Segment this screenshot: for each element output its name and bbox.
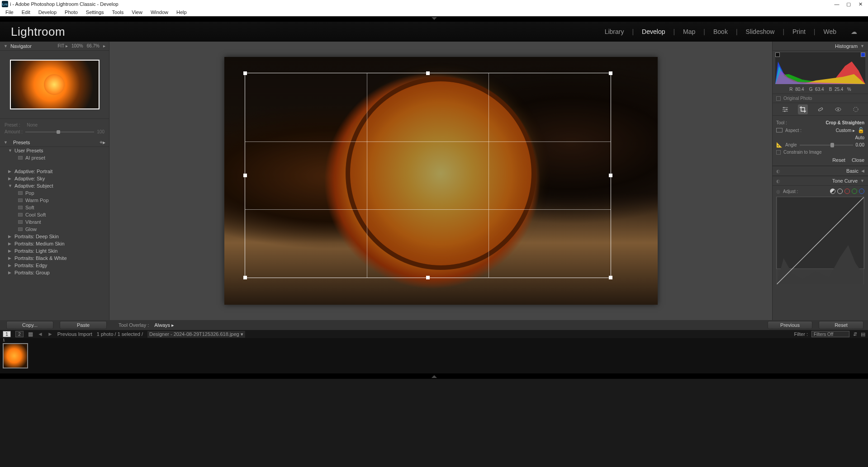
curve-channel-point-icon[interactable] — [837, 189, 843, 194]
shadow-clip-indicator[interactable] — [775, 52, 780, 57]
menu-settings[interactable]: Settings — [82, 9, 108, 15]
presets-header[interactable]: ▼Presets +▸ — [0, 138, 109, 147]
top-panel-collapse[interactable] — [0, 16, 868, 22]
zoom-fit[interactable]: FIT ▸ — [57, 43, 68, 48]
crop-rectangle[interactable] — [245, 73, 611, 278]
preset-group[interactable]: ▶Adaptive: Sky — [0, 175, 109, 182]
previous-button[interactable]: Previous — [768, 321, 812, 329]
menu-help[interactable]: Help — [173, 9, 190, 15]
heal-tool-icon[interactable] — [816, 104, 825, 114]
target-adjust-icon[interactable]: ◎ — [776, 189, 780, 194]
module-library[interactable]: Library — [603, 28, 626, 35]
curve-channel-red-icon[interactable] — [844, 189, 850, 194]
preset-item[interactable]: Soft — [0, 204, 109, 211]
basic-header[interactable]: ◐ Basic ◀ — [773, 166, 868, 176]
preset-group[interactable]: ▼User Presets — [0, 147, 109, 154]
grid-view-icon[interactable]: ▦ — [28, 331, 33, 337]
checkbox-icon[interactable] — [776, 96, 781, 101]
module-slideshow[interactable]: Slideshow — [744, 28, 777, 35]
zoom-667[interactable]: 66.7% — [87, 43, 100, 48]
source-label[interactable]: Previous Import — [57, 331, 92, 337]
maximize-button[interactable]: ▢ — [843, 1, 854, 7]
preset-group[interactable]: ▶Portraits: Medium Skin — [0, 240, 109, 247]
filter-dropdown[interactable]: Filters Off — [811, 331, 849, 337]
tone-curve-chart[interactable] — [776, 197, 864, 269]
crop-handle-tr[interactable] — [609, 71, 612, 75]
module-develop[interactable]: Develop — [640, 28, 667, 35]
preset-group[interactable]: ▶Portraits: Light Skin — [0, 247, 109, 255]
crop-handle-br[interactable] — [609, 276, 612, 279]
preset-item[interactable]: Cool Soft — [0, 211, 109, 218]
mask-tool-icon[interactable] — [851, 104, 861, 114]
preset-group[interactable]: ▼Adaptive: Subject — [0, 182, 109, 189]
preset-item[interactable]: Glow — [0, 226, 109, 233]
tonecurve-header[interactable]: ◐ Tone Curve ▼ — [773, 176, 868, 186]
menu-photo[interactable]: Photo — [61, 9, 81, 15]
menu-tools[interactable]: Tools — [109, 9, 128, 15]
amount-slider[interactable] — [25, 132, 94, 132]
preset-item[interactable]: AI preset — [0, 154, 109, 161]
preset-item[interactable]: Vibrant — [0, 218, 109, 226]
crop-close-button[interactable]: Close — [852, 157, 864, 163]
nav-fwd-icon[interactable]: ► — [47, 331, 53, 337]
preset-group[interactable]: ▶Portraits: Deep Skin — [0, 233, 109, 240]
module-print[interactable]: Print — [791, 28, 807, 35]
angle-ruler-icon[interactable]: 📐 — [776, 142, 783, 148]
curve-channel-green-icon[interactable] — [852, 189, 857, 194]
constrain-checkbox[interactable] — [776, 150, 781, 155]
module-web[interactable]: Web — [821, 28, 838, 35]
zoom-100[interactable]: 100% — [71, 43, 83, 48]
cloud-sync-icon[interactable]: ☁ — [851, 28, 857, 35]
crop-handle-l[interactable] — [243, 174, 247, 177]
preset-item[interactable]: Warm Pop — [0, 197, 109, 204]
menu-develop[interactable]: Develop — [35, 9, 60, 15]
lock-aspect-icon[interactable]: 🔓 — [858, 127, 864, 133]
curve-channel-parametric-icon[interactable] — [830, 189, 835, 194]
auto-straighten-button[interactable]: Auto — [855, 135, 864, 140]
bottom-panel-collapse[interactable] — [0, 373, 868, 379]
menu-view[interactable]: View — [128, 9, 146, 15]
navigator-thumbnail[interactable] — [10, 60, 100, 109]
original-photo-toggle[interactable]: Original Photo — [773, 94, 868, 103]
crop-handle-b[interactable] — [426, 276, 430, 279]
curve-channel-blue-icon[interactable] — [859, 189, 864, 194]
nav-back-icon[interactable]: ◄ — [38, 331, 43, 337]
monitor-1-button[interactable]: 1 — [3, 331, 11, 337]
add-preset-button[interactable]: +▸ — [100, 139, 105, 146]
module-map[interactable]: Map — [681, 28, 697, 35]
copy-settings-button[interactable]: Copy... — [6, 321, 53, 329]
filename-label[interactable]: Designer - 2024-08-29T125326.618.jpeg ▾ — [147, 331, 245, 338]
paste-settings-button[interactable]: Paste — [60, 321, 107, 329]
filter-switch-icon[interactable]: ▤ — [861, 331, 865, 337]
histogram-header[interactable]: Histogram ▼ — [773, 42, 868, 51]
highlight-clip-indicator[interactable] — [861, 52, 865, 57]
menu-file[interactable]: File — [2, 9, 17, 15]
aspect-dropdown[interactable]: Custom ▸ — [836, 128, 855, 133]
preset-item[interactable]: Pop — [0, 189, 109, 197]
edit-sliders-tool-icon[interactable] — [780, 104, 790, 114]
navigator-header[interactable]: ▼ Navigator FIT ▸ 100% 66.7% ▸ — [0, 42, 109, 51]
module-book[interactable]: Book — [711, 28, 730, 35]
crop-handle-r[interactable] — [609, 174, 612, 177]
angle-slider[interactable] — [800, 145, 853, 146]
crop-reset-button[interactable]: Reset — [832, 157, 845, 163]
crop-tool-icon[interactable] — [798, 104, 808, 114]
minimize-button[interactable]: — — [831, 1, 843, 7]
close-window-button[interactable]: ✕ — [854, 1, 866, 7]
crop-handle-t[interactable] — [426, 71, 430, 75]
crop-handle-tl[interactable] — [243, 71, 247, 75]
menu-edit[interactable]: Edit — [18, 9, 34, 15]
preset-group[interactable]: ▶Portraits: Edgy — [0, 262, 109, 269]
tool-overlay-dropdown[interactable]: Always ▸ — [154, 322, 174, 328]
crop-handle-bl[interactable] — [243, 276, 247, 279]
monitor-2-button[interactable]: 2 — [15, 331, 24, 337]
preset-group[interactable]: ▶Adaptive: Portrait — [0, 168, 109, 175]
zoom-step-icon[interactable]: ▸ — [103, 43, 105, 48]
filmstrip[interactable]: 1 — [0, 338, 868, 373]
preset-group[interactable]: ▶Portraits: Black & White — [0, 255, 109, 262]
reset-button[interactable]: Reset — [819, 321, 863, 329]
eye-icon[interactable]: ◐ — [776, 179, 780, 184]
menu-window[interactable]: Window — [147, 9, 172, 15]
preset-group[interactable]: ▶Portraits: Group — [0, 269, 109, 276]
filter-lock-icon[interactable]: ⇵ — [853, 331, 857, 337]
